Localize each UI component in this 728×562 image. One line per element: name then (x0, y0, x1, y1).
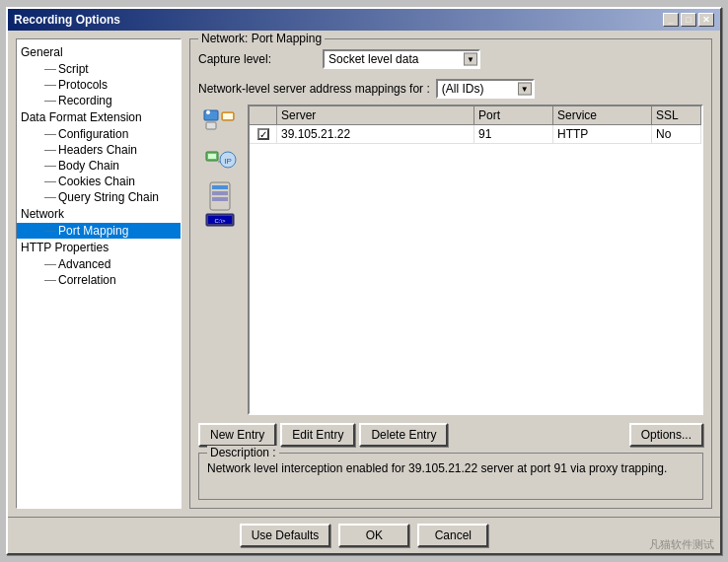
capture-level-row: Capture level: Socket level data Network… (198, 49, 703, 69)
sidebar-item-recording[interactable]: — Recording (17, 93, 181, 108)
new-entry-button[interactable]: New Entry (198, 423, 276, 447)
capture-label: Capture level: (198, 52, 317, 66)
svg-text:IP: IP (224, 157, 232, 166)
col-server: Server (277, 106, 474, 124)
row-ssl: No (652, 125, 701, 143)
delete-entry-button[interactable]: Delete Entry (359, 423, 448, 447)
sidebar-item-data-format[interactable]: Data Format Extension (17, 108, 181, 126)
sidebar-item-script[interactable]: — Script (17, 61, 181, 77)
entry-btn-group: New Entry Edit Entry Delete Entry (198, 423, 448, 447)
close-button[interactable]: ✕ (698, 13, 714, 27)
network-address-select[interactable]: (All IDs) (436, 79, 535, 99)
sidebar-tree: General — Script — Protocols — Recording… (16, 38, 182, 509)
watermark: 凡猫软件测试 (649, 537, 714, 552)
svg-text:C:\>: C:\> (214, 218, 226, 224)
row-checkbox[interactable]: ✓ (257, 128, 269, 140)
row-checkbox-cell: ✓ (250, 125, 277, 143)
row-server: 39.105.21.22 (277, 125, 474, 143)
col-check (250, 106, 277, 124)
title-bar: Recording Options _ □ ✕ (8, 9, 720, 31)
sidebar-item-advanced[interactable]: — Advanced (17, 256, 181, 272)
network-port-mapping-group: Network: Port Mapping Capture level: Soc… (189, 38, 712, 509)
network-icon-2: IP (200, 148, 240, 183)
maximize-button[interactable]: □ (681, 13, 696, 27)
col-service: Service (553, 106, 652, 124)
capture-level-select[interactable]: Socket level data Network level data (323, 49, 480, 69)
network-icon-3: C:\> (200, 187, 240, 223)
svg-rect-4 (223, 113, 233, 119)
table-row: ✓ 39.105.21.22 91 HTTP No (250, 125, 701, 144)
table-header: Server Port Service SSL (250, 106, 701, 125)
server-table: Server Port Service SSL ✓ 39.105.21.22 (248, 105, 703, 415)
svg-rect-11 (212, 185, 228, 189)
window-content: General — Script — Protocols — Recording… (8, 31, 720, 517)
sidebar-item-cookies-chain[interactable]: — Cookies Chain (17, 174, 181, 189)
svg-point-2 (206, 110, 210, 114)
sidebar-item-body-chain[interactable]: — Body Chain (17, 158, 181, 174)
title-bar-buttons: _ □ ✕ (663, 13, 714, 27)
options-button[interactable]: Options... (629, 423, 703, 447)
svg-rect-6 (208, 154, 216, 159)
entry-buttons-row: New Entry Edit Entry Delete Entry Option… (198, 423, 703, 447)
sidebar-item-general[interactable]: General (17, 43, 181, 61)
svg-rect-12 (212, 191, 228, 195)
recording-options-window: Recording Options _ □ ✕ General — Script… (6, 7, 722, 555)
group-title: Network: Port Mapping (198, 32, 325, 45)
svg-rect-13 (212, 197, 228, 201)
sidebar-item-port-mapping[interactable]: — Port Mapping (17, 223, 181, 239)
sidebar-item-correlation[interactable]: — Correlation (17, 272, 181, 288)
edit-entry-button[interactable]: Edit Entry (280, 423, 355, 447)
sidebar-item-configuration[interactable]: — Configuration (17, 126, 181, 142)
sidebar-item-http-properties[interactable]: HTTP Properties (17, 239, 181, 256)
col-port: Port (474, 106, 553, 124)
sidebar-item-query-string-chain[interactable]: — Query String Chain (17, 189, 181, 205)
window-title: Recording Options (14, 13, 120, 27)
sidebar-item-protocols[interactable]: — Protocols (17, 77, 181, 93)
network-address-row: Network-level server address mappings fo… (198, 79, 703, 99)
main-panel: Network: Port Mapping Capture level: Soc… (189, 38, 712, 509)
content-area: IP (198, 105, 703, 415)
svg-rect-1 (206, 122, 216, 129)
col-ssl: SSL (652, 106, 701, 124)
table-body: ✓ 39.105.21.22 91 HTTP No (250, 125, 701, 413)
cancel-button[interactable]: Cancel (417, 524, 488, 547)
description-text: Network level interception enabled for 3… (207, 461, 694, 475)
use-defaults-button[interactable]: Use Defaults (240, 524, 331, 547)
sidebar-item-headers-chain[interactable]: — Headers Chain (17, 142, 181, 158)
capture-select-wrapper: Socket level data Network level data (323, 49, 480, 69)
footer-bar: Use Defaults OK Cancel 凡猫软件测试 (8, 517, 720, 553)
row-service: HTTP (553, 125, 652, 143)
minimize-button[interactable]: _ (663, 13, 679, 27)
row-port: 91 (474, 125, 553, 143)
ok-button[interactable]: OK (338, 524, 409, 547)
network-label: Network-level server address mappings fo… (198, 82, 430, 96)
network-select-wrapper: (All IDs) (436, 79, 535, 99)
description-box: Description : Network level interception… (198, 453, 703, 500)
description-title: Description : (207, 446, 279, 459)
icon-panel: IP (198, 105, 242, 415)
sidebar-item-network[interactable]: Network (17, 205, 181, 223)
network-icon-1 (200, 108, 240, 144)
